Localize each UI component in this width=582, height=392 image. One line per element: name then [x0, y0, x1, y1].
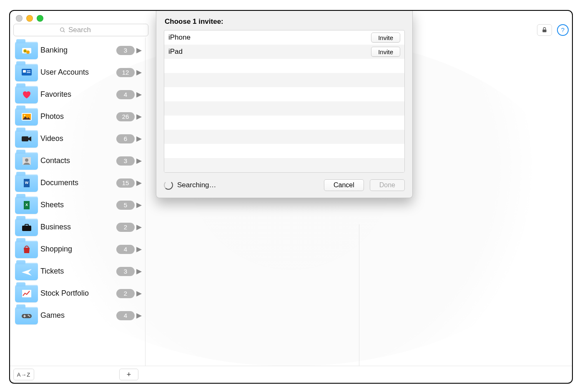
minimize-window-button[interactable] [26, 15, 33, 22]
add-button[interactable]: + [119, 369, 138, 380]
svg-rect-14 [22, 136, 28, 141]
folder-icon [15, 107, 38, 127]
svg-rect-2 [542, 29, 546, 32]
invite-button[interactable]: Invite [371, 33, 400, 43]
folder-icon: $ [15, 40, 38, 60]
svg-point-6 [26, 50, 30, 54]
svg-rect-28 [24, 315, 25, 317]
sidebar-item-videos[interactable]: Videos6▶ [10, 128, 145, 150]
count-badge: 2 [116, 223, 135, 232]
count-badge: 4 [116, 245, 135, 254]
invitee-row [164, 101, 404, 116]
svg-text:W: W [25, 181, 28, 185]
folder-icon [15, 151, 38, 171]
chevron-right-icon: ▶ [136, 46, 142, 55]
invite-button[interactable]: Invite [371, 47, 400, 57]
svg-point-16 [25, 158, 28, 162]
invitee-row [164, 73, 404, 87]
folder-icon: X [15, 195, 38, 215]
invitee-row [164, 130, 404, 144]
invite-sheet: Choose 1 invitee: iPhoneInviteiPadInvite… [156, 10, 413, 198]
sidebar-item-contacts[interactable]: Contacts3▶ [10, 150, 145, 172]
footer-bar: A→Z + [10, 366, 572, 383]
invitee-row[interactable]: iPadInvite [164, 45, 404, 59]
folder-icon [15, 217, 38, 237]
search-field[interactable] [13, 24, 148, 36]
search-icon [59, 27, 66, 33]
folder-icon [15, 306, 38, 326]
lock-button[interactable] [537, 24, 552, 36]
chevron-right-icon: ▶ [136, 156, 142, 165]
sidebar-item-user-accounts[interactable]: User Accounts12▶ [10, 61, 145, 83]
sidebar-item-label: Business [40, 223, 116, 231]
device-name: iPad [168, 48, 371, 56]
sidebar-item-label: Favorites [40, 90, 116, 99]
search-status: Searching… [177, 181, 318, 189]
sidebar-item-label: Stock Portfolio [40, 289, 116, 298]
sidebar-item-documents[interactable]: WDocuments15▶ [10, 172, 145, 194]
sidebar-item-shopping[interactable]: Shopping4▶ [10, 238, 145, 260]
lock-icon [541, 27, 548, 33]
count-badge: 4 [116, 90, 135, 99]
search-input[interactable] [68, 25, 103, 35]
sidebar-item-label: Videos [40, 134, 116, 143]
invitee-list: iPhoneInviteiPadInvite [164, 30, 405, 173]
svg-rect-23 [22, 290, 31, 297]
count-badge: 3 [116, 46, 135, 55]
chevron-right-icon: ▶ [136, 289, 142, 298]
sidebar-item-favorites[interactable]: Favorites4▶ [10, 83, 145, 106]
invitee-row [164, 59, 404, 73]
sidebar-item-stock-portfolio[interactable]: Stock Portfolio2▶ [10, 282, 145, 304]
sidebar-item-label: Sheets [40, 201, 116, 209]
sidebar-item-label: Banking [40, 46, 116, 55]
chevron-right-icon: ▶ [136, 223, 142, 231]
count-badge: 3 [116, 156, 135, 166]
chevron-right-icon: ▶ [136, 112, 142, 121]
chevron-right-icon: ▶ [136, 178, 142, 187]
sidebar-item-games[interactable]: Games4▶ [10, 304, 145, 327]
sort-az-button[interactable]: A→Z [13, 369, 34, 380]
count-badge: 6 [116, 134, 135, 143]
folder-icon [15, 63, 38, 83]
sidebar-item-tickets[interactable]: Tickets3▶ [10, 260, 145, 282]
done-button[interactable]: Done [370, 179, 405, 191]
count-badge: 2 [116, 289, 135, 298]
count-badge: 12 [116, 68, 135, 77]
spinner-icon [164, 181, 173, 190]
folder-icon [15, 284, 38, 304]
invitee-row[interactable]: iPhoneInvite [164, 30, 404, 45]
sidebar-item-label: Games [40, 311, 116, 320]
window-controls [16, 15, 43, 22]
svg-rect-22 [25, 224, 28, 226]
folder-icon [15, 261, 38, 281]
count-badge: 4 [116, 311, 135, 320]
chevron-right-icon: ▶ [136, 134, 142, 143]
invitee-row [164, 87, 404, 101]
chevron-right-icon: ▶ [136, 311, 142, 320]
svg-text:$: $ [24, 49, 26, 53]
svg-rect-9 [27, 70, 30, 71]
invitee-row [164, 116, 404, 130]
zoom-window-button[interactable] [37, 15, 43, 22]
close-window-button[interactable] [16, 15, 23, 22]
sidebar-item-sheets[interactable]: XSheets5▶ [10, 194, 145, 216]
count-badge: 15 [116, 178, 135, 188]
svg-point-13 [24, 115, 25, 116]
svg-rect-10 [27, 72, 30, 73]
folder-icon: W [15, 173, 38, 193]
sidebar-item-business[interactable]: Business2▶ [10, 216, 145, 238]
chevron-right-icon: ▶ [136, 90, 142, 99]
folder-icon [15, 239, 38, 259]
invitee-row [164, 144, 404, 158]
sidebar-item-banking[interactable]: $Banking3▶ [10, 39, 145, 61]
chevron-right-icon: ▶ [136, 245, 142, 254]
app-window: ? $Banking3▶User Accounts12▶Favorites4▶P… [9, 10, 573, 384]
sidebar-item-photos[interactable]: Photos26▶ [10, 106, 145, 128]
count-badge: 3 [116, 267, 135, 276]
chevron-right-icon: ▶ [136, 201, 142, 209]
cancel-button[interactable]: Cancel [324, 179, 364, 191]
device-name: iPhone [168, 33, 371, 42]
sidebar-item-label: Contacts [40, 156, 116, 165]
help-button[interactable]: ? [557, 24, 569, 36]
vertical-divider [359, 224, 359, 366]
